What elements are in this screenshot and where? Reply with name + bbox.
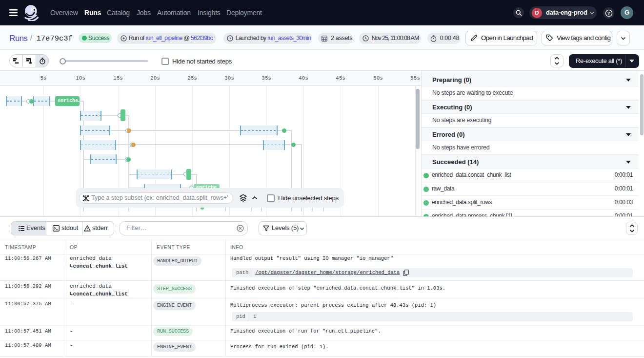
svg-text:?: ? — [607, 10, 610, 16]
